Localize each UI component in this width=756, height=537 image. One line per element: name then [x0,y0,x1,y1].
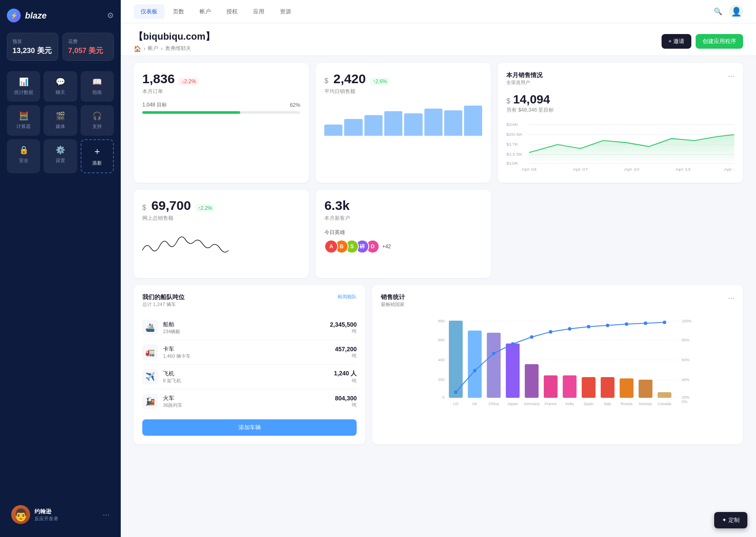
sales-line-chart: $24K $20.5K $17K $13.5K $10K Apr 04 Apr … [506,121,734,172]
avg-sales-label: 平均日销售额 [324,88,482,95]
svg-text:Japan: Japan [508,402,518,406]
plane-sub: 8 架飞机 [163,378,329,384]
user-name: 约翰逊 [35,508,98,515]
ship-value: 2,345,500 吨 [330,321,357,334]
svg-point-44 [473,369,477,372]
fleet-link[interactable]: 检阅舰队 [338,293,357,300]
svg-rect-33 [487,333,501,398]
avg-sales-value: 2,420 [333,72,366,86]
add-label: 添新 [92,160,102,166]
svg-text:US: US [453,402,459,406]
logo-area: ⚡ blaze ⚙ [7,9,114,22]
media-label: 媒体 [56,123,65,130]
svg-text:Germany: Germany [524,402,540,406]
page-header-row: 【biqubiqu.com】 🏠 › 帐户 › 奥弗维耶夫 + 邀请 创建应用程… [134,30,743,52]
sidebar-item-chat[interactable]: 💬 聊天 [44,71,77,102]
svg-point-48 [549,330,552,334]
sidebar-item-add[interactable]: + 添新 [81,139,114,173]
orders-card: 1,836 ↓2.2% 本月订单 1,048 目标 62% [134,63,309,183]
svg-text:800: 800 [438,319,445,323]
online-sales-change: ↑2.2% [195,204,215,212]
svg-text:Norway: Norway [639,402,652,406]
fleet-header: 我们的船队吨位 总计 1,247 辆车 检阅舰队 [142,293,357,314]
plane-info: 飞机 8 架飞机 [163,370,329,384]
budget-cards: 预算 13,230 美元 花费 7,057 美元 [7,33,114,61]
budget-label: 预算 [13,38,53,45]
sales-stats-card: 销售统计 最畅销国家 ··· 800 600 400 200 0 100% 80… [372,285,743,444]
fleet-item-train: 🚂 火车 36路列车 804,300 吨 [142,389,357,413]
mini-bar [364,115,383,136]
online-sales-main: $ 69,700 ↑2.2% [142,198,300,213]
sidebar-item-security[interactable]: 🔒 安全 [7,139,40,173]
tab-dashboard[interactable]: 仪表板 [134,4,164,19]
truck-info: 卡车 1,460 辆卡车 [163,345,330,359]
svg-rect-38 [582,377,596,398]
user-icon-button[interactable]: 👤 [729,5,743,19]
svg-point-54 [663,321,666,324]
svg-point-46 [511,342,514,346]
svg-point-50 [587,325,590,328]
orders-progress-fill [142,111,240,114]
online-sales-label: 网上总销售额 [142,215,300,222]
user-menu-icon[interactable]: ⋯ [103,511,110,519]
heroes-label: 今日英雄 [324,229,482,236]
sales-more-button[interactable]: ··· [728,72,734,81]
customers-label: 本月新客户 [324,215,482,222]
sidebar-item-calculator[interactable]: 🧮 计算器 [7,105,40,136]
tab-account[interactable]: 帐户 [193,4,218,19]
svg-text:UK: UK [472,402,478,406]
sidebar-item-settings[interactable]: ⚙️ 设置 [44,139,77,173]
search-button[interactable]: 🔍 [711,5,725,19]
sidebar-item-guide[interactable]: 📖 指南 [81,71,114,102]
orders-progress-label: 1,048 目标 [142,101,167,109]
bottom-row: 我们的船队吨位 总计 1,247 辆车 检阅舰队 🚢 船舶 234辆艇 2,34… [134,285,743,444]
invite-button[interactable]: + 邀请 [662,34,691,49]
truck-sub: 1,460 辆卡车 [163,353,330,359]
orders-change: ↓2.2% [179,78,198,85]
fleet-item-ship: 🚢 船舶 234辆艇 2,345,500 吨 [142,315,357,340]
nav-grid: 📊 统计数据 💬 聊天 📖 指南 🧮 计算器 🎬 媒体 🎧 支持 🔒 安全 ⚙ [7,71,114,173]
user-role: 反应开发者 [35,515,98,522]
svg-point-49 [568,327,571,331]
create-app-button[interactable]: 创建应用程序 [696,34,743,49]
tab-resources[interactable]: 资源 [273,4,298,19]
top-nav: 仪表板 页数 帐户 授权 应用 资源 🔍 👤 [121,0,756,23]
mini-bar [404,113,422,136]
sales-card-title: 本月销售情况 [506,72,543,79]
fleet-title: 我们的船队吨位 [142,293,185,301]
mini-bar [444,110,462,136]
avg-sales-card: $ 2,420 ↑2.6% 平均日销售额 [316,63,491,183]
sales-stats-header: 销售统计 最畅销国家 ··· [381,293,734,313]
sidebar-settings-icon[interactable]: ⚙ [107,11,114,20]
sales-stats-more-button[interactable]: ··· [728,293,734,303]
tab-apps[interactable]: 应用 [246,4,271,19]
sidebar-item-support[interactable]: 🎧 支持 [81,105,114,136]
page-title: 【biqubiqu.com】 [134,30,215,43]
svg-rect-37 [563,375,577,398]
orders-progress-pct: 62% [290,102,300,108]
svg-text:$24K: $24K [506,123,518,127]
budget-value: 13,230 美元 [13,47,53,55]
orders-progress-bar [142,111,300,114]
settings-label: 设置 [56,157,65,164]
sidebar-item-stats[interactable]: 📊 统计数据 [7,71,40,102]
add-vehicle-button[interactable]: 添加车辆 [142,419,357,436]
truck-num: 457,200 [335,346,357,353]
ship-info: 船舶 234辆艇 [163,321,325,335]
svg-text:100%: 100% [682,319,692,323]
tab-pages[interactable]: 页数 [166,4,191,19]
guide-label: 指南 [92,89,102,96]
top-nav-icons: 🔍 👤 [711,5,743,19]
svg-rect-35 [525,364,539,398]
plane-value: 1,240 人 吨 [334,370,357,384]
customize-button[interactable]: ✦ 定制 [714,512,747,528]
sales-bar-chart: 800 600 400 200 0 100% 80% 60% 40% 20% 0… [381,315,734,409]
tab-auth[interactable]: 授权 [220,4,245,19]
orders-main: 1,836 ↓2.2% [142,72,300,86]
avatar-1: A [324,240,338,253]
avg-sales-main: $ 2,420 ↑2.6% [324,72,482,86]
avatars-row: A B S 碎 D +42 [324,240,482,253]
dashboard: 1,836 ↓2.2% 本月订单 1,048 目标 62% $ 2,420 ↑2… [121,56,756,537]
sidebar-item-media[interactable]: 🎬 媒体 [44,105,77,136]
avatar: 👨 [11,505,30,524]
